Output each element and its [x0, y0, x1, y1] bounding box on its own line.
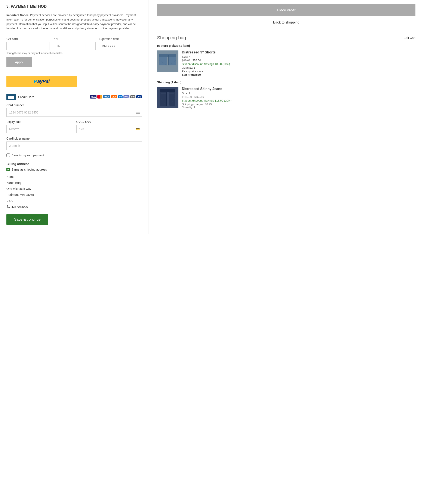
item1-image — [157, 50, 178, 72]
card-number-input-wrapper: ▬ — [6, 108, 142, 117]
notice-label: Important Notice. — [6, 13, 29, 17]
place-order-button[interactable]: Place order — [157, 4, 415, 16]
item1-qty: Quantity: 1 — [182, 66, 415, 69]
address-phone-line: 📞 4257058000 — [6, 204, 142, 210]
shopping-bag-section: Shopping bag Edit Cart In-store pickup (… — [157, 33, 415, 109]
mastercard-logo — [97, 95, 102, 98]
item1-original-price: $85.00 — [182, 59, 190, 62]
address-line1: One Microsoft way — [6, 186, 142, 192]
expiry-input[interactable] — [6, 125, 72, 133]
shipping-subtitle: Shipping (1 item) — [157, 81, 415, 84]
section-title: 3. PAYMENT METHOD — [6, 4, 142, 9]
cardholder-label: Cardholder name — [6, 137, 142, 140]
item2-image — [157, 87, 178, 108]
card-number-input[interactable] — [6, 108, 142, 117]
gift-card-section: Gift card PIN Expiration date Your gift … — [6, 37, 142, 67]
discover-logo: DISC — [111, 95, 118, 98]
save-continue-button[interactable]: Save & continue — [6, 214, 48, 225]
gift-card-input[interactable] — [6, 42, 50, 50]
card-type-icon: ▬ — [136, 110, 140, 115]
apply-button[interactable]: Apply — [6, 57, 32, 67]
billing-section: Billing address Same as shipping address… — [6, 162, 142, 210]
bag-item-2: Distressed Skinny Jeans Size: 2 $185.00 … — [157, 87, 415, 109]
address-country: USA — [6, 198, 142, 204]
diners-logo: DIN — [130, 95, 135, 98]
item1-name: Distressed 3" Shorts — [182, 50, 415, 54]
cardholder-input[interactable] — [6, 141, 142, 150]
paypal-section: P ayPal — [6, 76, 142, 87]
billing-title: Billing address — [6, 162, 142, 166]
gift-card-label: Gift card — [6, 37, 50, 41]
item2-size: Size: 2 — [182, 92, 415, 95]
notice-box: Important Notice. Payment services are p… — [6, 13, 142, 31]
right-panel: Place order Back to shopping Shopping ba… — [148, 0, 424, 234]
cvc-field: CVC / CVV 💳 — [76, 120, 142, 133]
cvc-help-icon: 💳 — [136, 128, 140, 131]
credit-card-header: Credit Card VISA AMEX DISC CU MAE DIN JC… — [6, 94, 142, 100]
address-type: Home — [6, 174, 142, 180]
gift-card-field-group: Gift card — [6, 37, 50, 50]
paypal-p-icon: P — [34, 79, 37, 84]
item2-price: $185.00 $166.50 — [182, 95, 415, 98]
address-phone: 4257058000 — [11, 204, 28, 210]
back-to-shopping: Back to shopping — [157, 20, 415, 24]
item2-shipping: Shipping charges: $6.95 — [182, 103, 415, 106]
pin-label: PIN — [53, 37, 96, 41]
back-to-shopping-link[interactable]: Back to shopping — [273, 20, 299, 24]
save-payment-checkbox[interactable] — [6, 153, 10, 157]
item2-original-price: $185.00 — [182, 95, 192, 98]
cvc-input-wrapper: 💳 — [76, 125, 142, 133]
shorts-image-placeholder — [157, 50, 178, 72]
expiry-label: Expiry date — [6, 120, 72, 124]
item1-sale-price: $76.50 — [192, 59, 201, 62]
gift-card-note: Your gift card may or may not include th… — [6, 52, 142, 55]
item2-name: Distressed Skinny Jeans — [182, 87, 415, 91]
save-payment-checkbox-group: Save for my next payment — [6, 153, 142, 157]
expdate-input[interactable] — [99, 42, 142, 50]
left-panel: 3. PAYMENT METHOD Important Notice. Paym… — [0, 0, 148, 234]
card-number-field: Card number ▬ — [6, 103, 142, 117]
item1-price: $85.00 $76.50 — [182, 59, 415, 62]
paypal-button[interactable]: P ayPal — [6, 76, 77, 87]
bag-header: Shopping bag Edit Cart — [157, 35, 415, 41]
cvc-input[interactable] — [76, 125, 142, 133]
expiry-cvc-row: Expiry date CVC / CVV 💳 — [6, 120, 142, 137]
cu-logo: CU — [118, 95, 123, 98]
divider-1 — [6, 71, 142, 71]
svg-rect-3 — [159, 54, 176, 57]
bag-title: Shopping bag — [157, 35, 186, 41]
item1-details: Distressed 3" Shorts Size: 4 $85.00 $76.… — [182, 50, 415, 76]
expdate-label: Expiration date — [99, 37, 142, 41]
edit-cart-link[interactable]: Edit Cart — [404, 36, 415, 40]
instore-subtitle: In-store pickup (1 item) — [157, 44, 415, 48]
item1-pickup-location: San Francisco — [182, 73, 415, 76]
pin-field-group: PIN — [53, 37, 96, 50]
amex-logo: AMEX — [103, 95, 110, 98]
maestro-logo: MAE — [124, 95, 129, 98]
address-name: Karen Berg — [6, 180, 142, 186]
credit-card-section: Credit Card VISA AMEX DISC CU MAE DIN JC… — [6, 94, 142, 157]
card-number-label: Card number — [6, 103, 142, 107]
same-address-row: Same as shipping address — [6, 168, 142, 171]
jeans-image-placeholder — [157, 87, 178, 108]
item2-sale-price: $166.50 — [194, 95, 204, 98]
address-info: Home Karen Berg One Microsoft way Redmon… — [6, 174, 142, 210]
item2-qty: Quantity: 1 — [182, 106, 415, 109]
item2-discount: Student discount: Savings $18.50 (10%) — [182, 99, 415, 102]
item1-discount: Student discount: Savings $8.50 (10%) — [182, 62, 415, 66]
item1-pickup-label: Pick up at a store — [182, 70, 415, 73]
expiry-field: Expiry date — [6, 120, 72, 133]
credit-card-text: Credit Card — [18, 95, 34, 99]
pin-input[interactable] — [53, 42, 96, 50]
card-logos: VISA AMEX DISC CU MAE DIN JCB — [90, 95, 142, 98]
item1-size: Size: 4 — [182, 55, 415, 58]
cardholder-field: Cardholder name — [6, 137, 142, 150]
cvc-label: CVC / CVV — [76, 120, 142, 124]
bag-item-1: Distressed 3" Shorts Size: 4 $85.00 $76.… — [157, 50, 415, 76]
save-payment-label: Save for my next payment — [12, 154, 44, 157]
phone-icon: 📞 — [6, 204, 10, 210]
same-address-checkbox[interactable] — [6, 168, 10, 171]
credit-card-label-group: Credit Card — [6, 94, 34, 100]
item2-details: Distressed Skinny Jeans Size: 2 $185.00 … — [182, 87, 415, 109]
visa-logo: VISA — [90, 95, 96, 98]
